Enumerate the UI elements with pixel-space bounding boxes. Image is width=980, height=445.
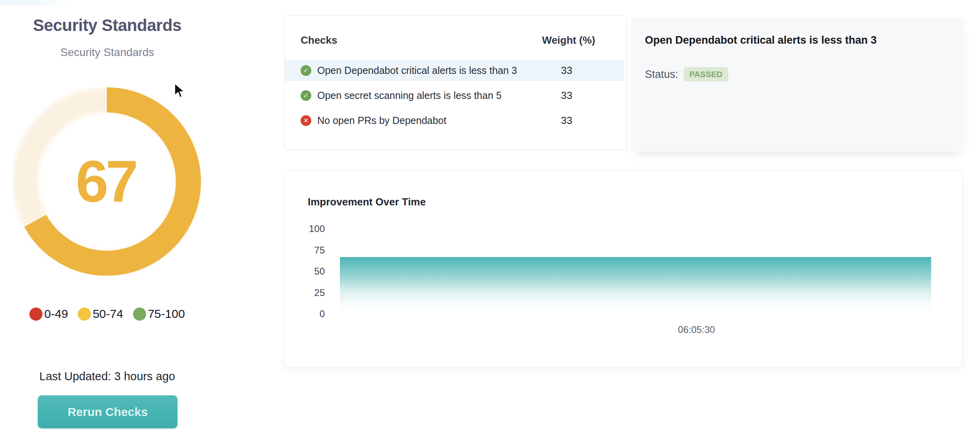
legend-label: 75-100 xyxy=(148,307,185,321)
failed-check-icon: ✕ xyxy=(301,115,311,126)
legend-item-high: 75-100 xyxy=(133,307,185,321)
check-status-row: Status: PASSED xyxy=(645,67,953,81)
area-band xyxy=(340,257,931,314)
legend-item-low: 0-49 xyxy=(29,307,68,321)
check-weight: 33 xyxy=(527,89,606,102)
check-label: Open Dependabot critical alerts is less … xyxy=(317,65,527,76)
score-gauge: 67 xyxy=(13,87,201,276)
page-title: Security Standards xyxy=(0,16,214,35)
legend-dot-green-icon xyxy=(133,308,146,321)
status-label: Status: xyxy=(645,68,678,81)
y-axis-tick: 75 xyxy=(297,244,325,256)
check-weight: 33 xyxy=(527,114,606,127)
score-value: 67 xyxy=(13,87,201,276)
y-axis-tick: 25 xyxy=(297,287,325,299)
score-legend: 0-49 50-74 75-100 xyxy=(0,307,214,321)
page-subtitle: Security Standards xyxy=(0,46,214,59)
check-weight: 33 xyxy=(527,64,606,77)
legend-item-medium: 50-74 xyxy=(78,307,123,321)
check-detail-panel: Open Dependabot critical alerts is less … xyxy=(631,18,965,152)
check-detail-title: Open Dependabot critical alerts is less … xyxy=(645,34,953,46)
y-axis-tick: 100 xyxy=(297,223,325,235)
check-row-secret-scanning[interactable]: ✓ Open secret scanning alerts is less th… xyxy=(285,85,624,106)
improvement-chart-card: Improvement Over Time 100 75 50 25 0 06:… xyxy=(284,171,963,367)
y-axis-tick: 50 xyxy=(297,265,325,277)
check-label: Open secret scanning alerts is less than… xyxy=(317,90,527,101)
checks-column-header: Checks xyxy=(301,34,338,46)
security-standards-dashboard: { "left_panel": { "title": "Security Sta… xyxy=(0,0,980,445)
rerun-checks-button[interactable]: Rerun Checks xyxy=(38,395,177,428)
check-row-open-prs[interactable]: ✕ No open PRs by Dependabot 33 xyxy=(285,110,624,131)
checks-table-body: ✓ Open Dependabot critical alerts is les… xyxy=(285,60,624,131)
check-row-dependabot-critical[interactable]: ✓ Open Dependabot critical alerts is les… xyxy=(285,60,624,81)
legend-label: 0-49 xyxy=(44,307,68,321)
summary-sidebar: Security Standards Security Standards 67… xyxy=(0,0,214,445)
y-axis-tick: 0 xyxy=(297,308,325,320)
weight-column-header: Weight (%) xyxy=(529,34,608,46)
passed-check-icon: ✓ xyxy=(301,65,311,76)
x-axis-tick: 06:05:30 xyxy=(657,324,736,335)
checks-table-header: Checks Weight (%) xyxy=(301,34,608,46)
legend-label: 50-74 xyxy=(93,307,123,321)
status-badge: PASSED xyxy=(684,67,728,81)
check-label: No open PRs by Dependabot xyxy=(317,115,527,126)
legend-dot-red-icon xyxy=(29,308,42,321)
chart-title: Improvement Over Time xyxy=(308,196,426,208)
last-updated-text: Last Updated: 3 hours ago xyxy=(0,370,214,383)
legend-dot-yellow-icon xyxy=(78,308,91,321)
checks-card: Checks Weight (%) ✓ Open Dependabot crit… xyxy=(284,15,627,150)
passed-check-icon: ✓ xyxy=(301,90,311,101)
